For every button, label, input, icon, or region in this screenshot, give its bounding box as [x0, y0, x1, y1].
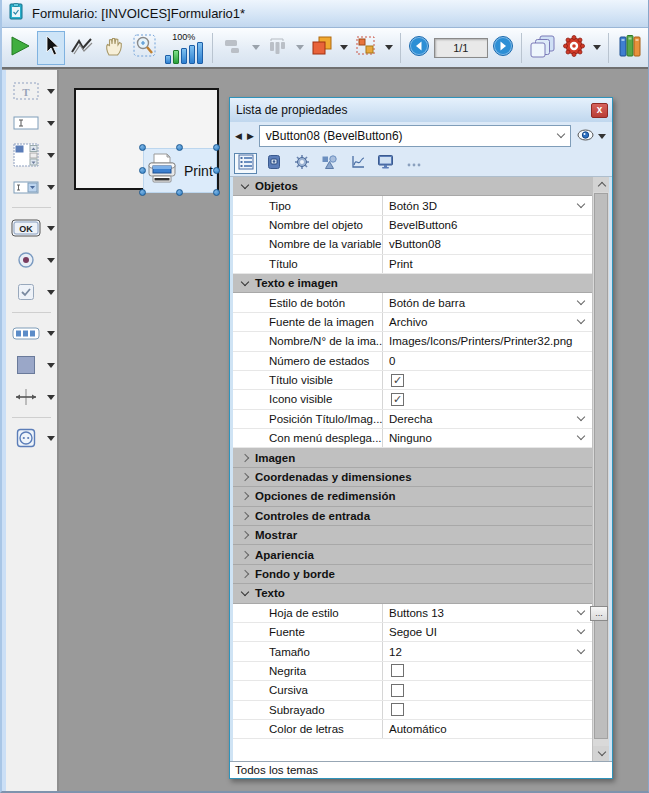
- property-row[interactable]: Posición Título/Imag...Derecha: [233, 410, 592, 429]
- chevron-down-icon[interactable]: [47, 89, 55, 94]
- chevron-right-icon[interactable]: [241, 531, 249, 539]
- property-value[interactable]: [383, 684, 592, 697]
- chevron-down-icon[interactable]: [241, 277, 249, 285]
- previous-page-button[interactable]: [408, 37, 430, 59]
- property-value[interactable]: [383, 664, 592, 677]
- settings-button[interactable]: [561, 31, 588, 65]
- selection-handle[interactable]: [213, 144, 220, 151]
- scroll-down-icon[interactable]: [593, 746, 610, 761]
- property-row[interactable]: Fuente de la imagenArchivo: [233, 313, 592, 332]
- chevron-down-icon[interactable]: [47, 331, 55, 336]
- splitter-tool[interactable]: [6, 385, 57, 409]
- zoom-bar-200[interactable]: [181, 48, 187, 64]
- property-row[interactable]: Color de letrasAutomático: [233, 720, 592, 739]
- property-section-header[interactable]: Imagen: [233, 448, 592, 467]
- zoom-bars[interactable]: [165, 42, 203, 64]
- next-object-icon[interactable]: ▶: [247, 131, 255, 141]
- window-titlebar[interactable]: Formulario: [INVOICES]Formulario1*: [2, 0, 648, 28]
- selection-handle[interactable]: [139, 144, 146, 151]
- tab-shapes[interactable]: [318, 153, 341, 174]
- checkbox[interactable]: [391, 703, 404, 716]
- chevron-down-icon[interactable]: [47, 226, 55, 231]
- zoom-bar-800[interactable]: [197, 42, 203, 64]
- form-page[interactable]: Print: [74, 88, 219, 190]
- ellipsis-button[interactable]: ...: [590, 606, 608, 621]
- chevron-down-icon[interactable]: [47, 258, 55, 263]
- radio-tool[interactable]: [6, 248, 57, 272]
- property-value[interactable]: Automático: [383, 723, 592, 735]
- chevron-down-icon[interactable]: [241, 180, 249, 188]
- chevron-down-icon[interactable]: [47, 153, 55, 158]
- property-section-header[interactable]: Coordenadas y dimensiones: [233, 468, 592, 487]
- property-section-header[interactable]: Mostrar: [233, 526, 592, 545]
- layers-button[interactable]: [308, 31, 335, 65]
- listbox-tool[interactable]: [6, 143, 57, 167]
- property-section-header[interactable]: Apariencia: [233, 545, 592, 564]
- settings-dropdown-icon[interactable]: [593, 45, 601, 50]
- visibility-button[interactable]: [575, 129, 608, 144]
- group-dropdown-icon[interactable]: [385, 45, 393, 50]
- property-value[interactable]: Archivo: [383, 316, 592, 328]
- group-button[interactable]: [352, 31, 379, 65]
- object-selector[interactable]: vButton08 (BevelButton6): [259, 125, 571, 147]
- display-views-button[interactable]: [529, 31, 557, 65]
- align-button[interactable]: [219, 31, 246, 65]
- chevron-right-icon[interactable]: [241, 550, 249, 558]
- property-value[interactable]: vButton08: [383, 238, 592, 250]
- explorer-button[interactable]: [616, 31, 644, 65]
- chevron-down-icon[interactable]: [47, 290, 55, 295]
- distribute-dropdown-icon[interactable]: [296, 45, 304, 50]
- chevron-right-icon[interactable]: [241, 512, 249, 520]
- property-value[interactable]: Buttons 13: [383, 607, 592, 619]
- property-value[interactable]: Ninguno: [383, 432, 592, 444]
- selection-handle[interactable]: [213, 167, 220, 174]
- selected-print-button[interactable]: Print: [143, 148, 217, 193]
- scrollbar[interactable]: [592, 177, 609, 761]
- property-row[interactable]: Negrita: [233, 662, 592, 681]
- checkbox[interactable]: [391, 393, 404, 406]
- hand-tool-button[interactable]: [100, 31, 127, 65]
- chevron-right-icon[interactable]: [241, 570, 249, 578]
- property-value[interactable]: [383, 393, 592, 406]
- distribute-button[interactable]: [264, 31, 291, 65]
- run-button[interactable]: [6, 31, 33, 65]
- property-value[interactable]: [383, 374, 592, 387]
- property-section-header[interactable]: Texto e imagen: [233, 274, 592, 293]
- combobox-tool[interactable]: [6, 175, 57, 199]
- property-section-header[interactable]: Texto: [233, 584, 592, 603]
- align-dropdown-icon[interactable]: [252, 45, 260, 50]
- property-value[interactable]: BevelButton6: [383, 219, 592, 231]
- property-row[interactable]: Tamaño12: [233, 642, 592, 661]
- chevron-down-icon[interactable]: [241, 588, 249, 596]
- select-tool-button[interactable]: [37, 31, 64, 65]
- zoom-level-control[interactable]: 100%: [165, 32, 203, 64]
- tab-picture[interactable]: [262, 153, 285, 174]
- property-value[interactable]: [383, 703, 592, 716]
- selection-handle[interactable]: [139, 189, 146, 196]
- property-value[interactable]: 0: [383, 355, 592, 367]
- rectangle-tool[interactable]: [6, 353, 57, 377]
- property-row[interactable]: Cursiva: [233, 681, 592, 700]
- property-value[interactable]: Images/Icons/Printers/Printer32.png: [383, 335, 592, 347]
- selection-handle[interactable]: [176, 189, 183, 196]
- close-icon[interactable]: x: [591, 103, 608, 118]
- prev-object-icon[interactable]: ◀: [235, 131, 243, 141]
- button-tool[interactable]: OK: [6, 216, 57, 240]
- zoom-bar-50[interactable]: [165, 55, 171, 64]
- next-page-button[interactable]: [492, 37, 514, 59]
- property-section-header[interactable]: Fondo y borde: [233, 565, 592, 584]
- scrollbar-thumb[interactable]: [594, 193, 608, 739]
- tab-property-list[interactable]: [234, 153, 257, 174]
- property-row[interactable]: Hoja de estiloButtons 13...: [233, 604, 592, 623]
- property-row[interactable]: Icono visible: [233, 390, 592, 409]
- checkbox-tool[interactable]: [6, 280, 57, 304]
- property-section-header[interactable]: Controles de entrada: [233, 507, 592, 526]
- chevron-down-icon[interactable]: [47, 185, 55, 190]
- tab-settings[interactable]: [290, 153, 313, 174]
- tab-events[interactable]: [346, 153, 369, 174]
- segmented-tool[interactable]: [6, 321, 57, 345]
- property-section-header[interactable]: Opciones de redimensión: [233, 487, 592, 506]
- plugin-tool[interactable]: [6, 426, 57, 450]
- property-value[interactable]: Botón 3D: [383, 200, 592, 212]
- chevron-down-icon[interactable]: [47, 121, 55, 126]
